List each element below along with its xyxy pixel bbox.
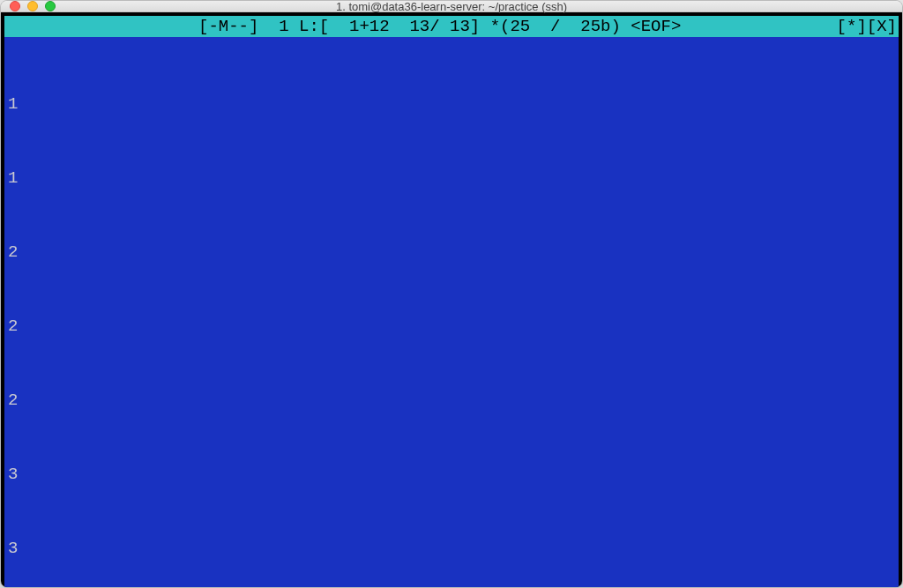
editor-content-area[interactable]: 1 1 2 2 2 3 3 3 2 2 2 1 1 — [4, 37, 899, 588]
editor-line: 3 — [8, 536, 895, 561]
editor-line: 2 — [8, 388, 895, 413]
minimize-icon[interactable] — [27, 1, 38, 11]
editor-line: 2 — [8, 314, 895, 339]
status-left: [-M--] 1 L:[ 1+12 13/ 13] *(25 / 25b) <E… — [4, 16, 837, 37]
editor-line: 3 — [8, 462, 895, 487]
window-title: 1. tomi@data36-learn-server: ~/practice … — [1, 0, 902, 13]
maximize-icon[interactable] — [45, 1, 56, 11]
editor-line: 1 — [8, 166, 895, 190]
status-right: [*][X] — [837, 16, 899, 37]
editor-line: 2 — [8, 240, 895, 264]
close-icon[interactable] — [10, 1, 20, 11]
editor-line: 1 — [8, 92, 895, 116]
terminal-window: 1. tomi@data36-learn-server: ~/practice … — [0, 0, 903, 588]
titlebar: 1. tomi@data36-learn-server: ~/practice … — [1, 1, 902, 12]
traffic-lights — [10, 1, 56, 11]
editor-status-bar: [-M--] 1 L:[ 1+12 13/ 13] *(25 / 25b) <E… — [4, 16, 899, 37]
terminal-body[interactable]: [-M--] 1 L:[ 1+12 13/ 13] *(25 / 25b) <E… — [1, 12, 902, 588]
